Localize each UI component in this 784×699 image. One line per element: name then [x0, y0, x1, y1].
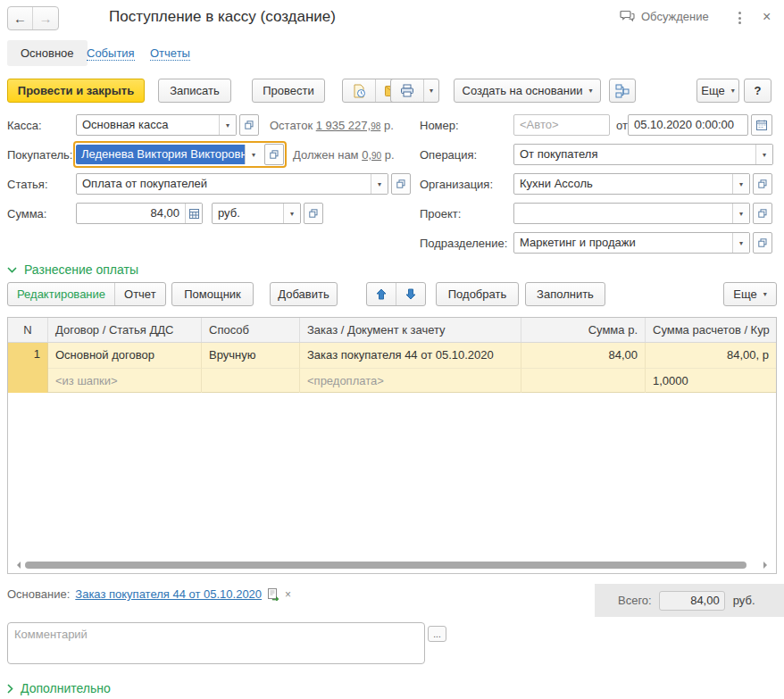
- post-schedule-button[interactable]: [343, 79, 375, 102]
- cell-order-sub[interactable]: <предоплата>: [300, 368, 521, 393]
- project-field: ▾: [513, 203, 772, 224]
- table-row[interactable]: 1 Основной договор Вручную Заказ покупат…: [8, 343, 776, 393]
- col-method[interactable]: Способ: [202, 318, 300, 342]
- back-button[interactable]: ←: [8, 7, 33, 29]
- chevron-collapsed-icon: [7, 684, 13, 694]
- edit-toggle-button[interactable]: Редактирование: [8, 283, 114, 305]
- add-row-button[interactable]: Добавить: [270, 282, 338, 306]
- department-open-button[interactable]: [753, 232, 772, 254]
- organization-dropdown-icon[interactable]: ▾: [732, 174, 749, 194]
- close-icon[interactable]: ×: [759, 7, 774, 27]
- operation-dropdown-icon[interactable]: ▾: [755, 145, 772, 164]
- save-button[interactable]: Записать: [158, 79, 231, 103]
- scroll-right-icon[interactable]: [763, 562, 771, 569]
- move-down-button[interactable]: [396, 283, 425, 305]
- print-button[interactable]: [391, 79, 423, 102]
- project-open-button[interactable]: [753, 203, 772, 224]
- pick-button[interactable]: Подобрать: [436, 282, 519, 306]
- arrow-down-icon: [405, 288, 416, 300]
- chat-bubble-icon: [620, 10, 635, 23]
- open-document-icon[interactable]: [267, 588, 279, 601]
- col-order[interactable]: Заказ / Документ к зачету: [300, 318, 521, 342]
- scroll-left-icon[interactable]: [13, 562, 21, 569]
- cell-sum-sub[interactable]: [521, 368, 646, 393]
- printer-icon: [400, 84, 414, 97]
- page-title: Поступление в кассу (создание): [109, 8, 336, 26]
- buyer-dropdown-icon[interactable]: ▾: [245, 145, 262, 164]
- discussion-button[interactable]: Обсуждение: [620, 10, 709, 23]
- cell-order[interactable]: Заказ покупателя 44 от 05.10.2020: [300, 343, 521, 368]
- post-button[interactable]: Провести: [252, 79, 325, 103]
- report-button[interactable]: Отчет: [114, 283, 165, 305]
- menu-kebab-icon[interactable]: [733, 11, 746, 25]
- project-input[interactable]: [514, 204, 732, 223]
- owed-amount-link[interactable]: 0,90: [362, 148, 381, 162]
- comment-expand-button[interactable]: ...: [428, 626, 446, 642]
- scrollbar-thumb[interactable]: [25, 562, 746, 569]
- currency-dropdown-icon[interactable]: ▾: [283, 204, 300, 223]
- currency-open-button[interactable]: [304, 203, 323, 224]
- chevron-down-icon: ▾: [588, 87, 592, 95]
- col-calc-sum[interactable]: Сумма расчетов / Кур: [646, 318, 776, 342]
- tab-reports[interactable]: Отчеты: [150, 46, 190, 61]
- additional-section-header[interactable]: Дополнительно: [7, 681, 111, 695]
- project-dropdown-icon[interactable]: ▾: [732, 204, 749, 223]
- tab-main[interactable]: Основное: [7, 40, 88, 66]
- move-up-button[interactable]: [367, 283, 396, 305]
- number-input[interactable]: <Авто>: [514, 115, 609, 135]
- forward-button[interactable]: →: [33, 7, 58, 29]
- print-dropdown[interactable]: ▾: [423, 79, 438, 102]
- date-field: 05.10.2020 0:00:00: [628, 114, 772, 136]
- article-dropdown-icon[interactable]: ▾: [371, 174, 388, 194]
- cell-contract-sub[interactable]: <из шапки>: [48, 368, 202, 393]
- date-input[interactable]: 05.10.2020 0:00:00: [629, 115, 747, 135]
- department-input[interactable]: Маркетинг и продажи: [514, 233, 732, 253]
- col-n[interactable]: N: [8, 318, 48, 342]
- assistant-button[interactable]: Помощник: [171, 282, 254, 306]
- comment-input[interactable]: [7, 622, 425, 664]
- row-number-cell[interactable]: 1: [8, 343, 48, 393]
- article-input[interactable]: Оплата от покупателей: [77, 174, 371, 194]
- payment-section-header[interactable]: Разнесение оплаты: [7, 262, 138, 277]
- currency-input[interactable]: руб.: [213, 204, 283, 223]
- horizontal-scrollbar[interactable]: [9, 557, 775, 572]
- create-based-on-button[interactable]: Создать на основании▾: [454, 79, 601, 103]
- sum-input[interactable]: 84,00: [77, 204, 185, 223]
- organization-open-button[interactable]: [753, 173, 772, 195]
- calculator-icon[interactable]: [185, 204, 202, 223]
- col-contract[interactable]: Договор / Статья ДДС: [48, 318, 202, 342]
- cell-rate[interactable]: 1,0000: [646, 368, 776, 393]
- fill-button[interactable]: Заполнить: [525, 282, 605, 306]
- buyer-open-button[interactable]: [264, 144, 284, 165]
- cell-method[interactable]: Вручную: [202, 343, 300, 368]
- kassa-label: Касса:: [7, 119, 42, 132]
- clear-basis-icon[interactable]: ×: [285, 588, 291, 601]
- more-button-main[interactable]: Еще▾: [696, 79, 739, 103]
- chevron-down-icon: ▾: [763, 290, 767, 298]
- chevron-down-icon: ▾: [731, 87, 735, 95]
- tab-events[interactable]: События: [87, 46, 135, 61]
- cell-method-sub[interactable]: [202, 368, 300, 393]
- kassa-input[interactable]: Основная касса: [77, 115, 219, 135]
- cell-contract[interactable]: Основной договор: [48, 343, 202, 368]
- basis-link[interactable]: Заказ покупателя 44 от 05.10.2020: [75, 587, 262, 601]
- kassa-open-button[interactable]: [239, 114, 259, 136]
- operation-input[interactable]: От покупателя: [514, 145, 755, 164]
- cell-calc-sum[interactable]: 84,00, р: [646, 343, 776, 368]
- more-button-payment[interactable]: Еще▾: [723, 282, 777, 306]
- article-open-button[interactable]: [391, 173, 411, 195]
- move-rows-group: [366, 282, 426, 306]
- related-documents-button[interactable]: [609, 79, 636, 103]
- col-sum[interactable]: Сумма р.: [521, 318, 646, 342]
- cell-sum[interactable]: 84,00: [521, 343, 646, 368]
- buyer-input[interactable]: Леденева Виктория Викторовн: [76, 145, 245, 164]
- help-button[interactable]: ?: [744, 79, 771, 103]
- calendar-icon[interactable]: [751, 114, 772, 136]
- kassa-dropdown-icon[interactable]: ▾: [219, 115, 236, 135]
- organization-input[interactable]: Кухни Ассоль: [514, 174, 732, 194]
- article-label: Статья:: [7, 178, 48, 191]
- post-and-close-button[interactable]: Провести и закрыть: [7, 79, 145, 103]
- department-dropdown-icon[interactable]: ▾: [732, 233, 749, 253]
- number-field: <Авто>: [513, 114, 610, 136]
- balance-amount-link[interactable]: 1 935 227,98: [316, 119, 381, 132]
